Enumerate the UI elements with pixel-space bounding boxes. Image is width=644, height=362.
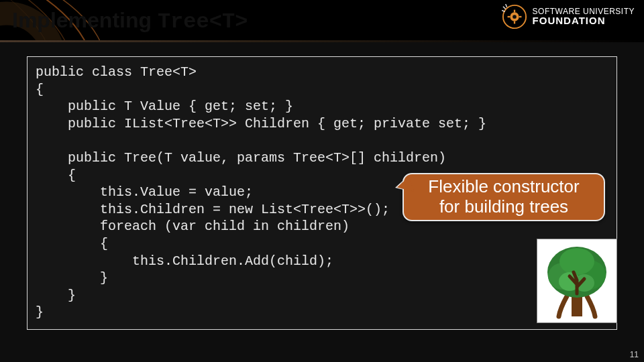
logo-line2: FOUNDATION	[533, 15, 635, 26]
tree-illustration	[537, 239, 617, 323]
page-number: 11	[630, 350, 639, 359]
svg-point-13	[559, 248, 594, 275]
title-text-plain: Implementing	[12, 8, 158, 32]
svg-rect-7	[507, 16, 510, 17]
svg-point-4	[513, 15, 517, 19]
brand-logo: SOFTWARE UNIVERSITY FOUNDATION	[502, 4, 635, 29]
lightbulb-gear-icon	[502, 4, 527, 29]
svg-rect-5	[513, 10, 515, 13]
svg-rect-8	[519, 16, 521, 17]
tree-icon	[540, 241, 614, 320]
callout-bubble: Flexible constructor for building trees	[402, 173, 605, 221]
callout-text: Flexible constructor for building trees	[428, 177, 579, 217]
title-underline	[0, 40, 644, 42]
svg-rect-6	[513, 21, 515, 24]
title-text-mono: Tree<T>	[158, 9, 248, 34]
slide-title: Implementing Tree<T>	[12, 8, 248, 34]
